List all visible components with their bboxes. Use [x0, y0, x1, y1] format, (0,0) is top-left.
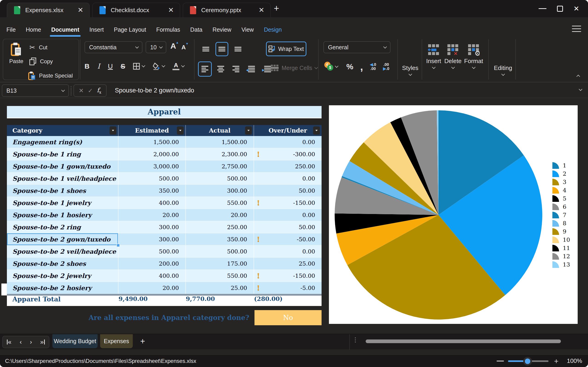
- category-cell[interactable]: Spouse-to-be 1 veil/headpiece: [7, 173, 119, 185]
- doc-tab-expenses[interactable]: Expenses.xlsx ✕: [7, 3, 90, 17]
- filter-dropdown-icon[interactable]: [177, 126, 184, 135]
- formula-input[interactable]: Spouse-to-be 2 gown/tuxedo: [115, 83, 194, 98]
- total-actual-cell[interactable]: 9,770.00: [186, 295, 254, 306]
- close-tab-icon[interactable]: ✕: [259, 7, 264, 14]
- horizontal-scrollbar[interactable]: [366, 340, 561, 343]
- insert-function-icon[interactable]: fx: [97, 87, 101, 94]
- category-cell[interactable]: Engagement ring(s): [7, 136, 119, 148]
- align-right-button[interactable]: [230, 61, 242, 77]
- actual-cell[interactable]: 20.00: [186, 209, 254, 221]
- copy-button[interactable]: Copy: [29, 58, 53, 65]
- over-under-cell[interactable]: !-50.00: [254, 233, 321, 245]
- wrap-text-button[interactable]: Wrap Text: [266, 42, 306, 56]
- legend-item-11[interactable]: 11: [552, 245, 570, 251]
- legend-item-1[interactable]: 1: [552, 162, 570, 169]
- legend-item-8[interactable]: 8: [552, 220, 570, 227]
- menu-file[interactable]: File: [6, 25, 16, 34]
- category-cell[interactable]: Spouse-to-be 2 veil/headpiece: [7, 245, 119, 258]
- zoom-slider-thumb[interactable]: [523, 357, 532, 366]
- hscroll-splitter-handle[interactable]: [355, 337, 356, 342]
- estimated-cell[interactable]: 500.00: [119, 173, 186, 185]
- menu-home[interactable]: Home: [25, 25, 42, 34]
- valign-top-button[interactable]: [199, 42, 212, 56]
- header-category[interactable]: Category: [7, 125, 119, 136]
- category-cell[interactable]: Spouse-to-be 1 gown/tuxedo: [7, 160, 119, 173]
- table-title[interactable]: Apparel: [7, 106, 321, 118]
- filter-dropdown-icon[interactable]: [313, 126, 320, 135]
- actual-cell[interactable]: 175.00: [186, 258, 254, 270]
- category-cell[interactable]: Spouse-to-be 1 hosiery: [7, 209, 119, 221]
- increase-decimal-button[interactable]: ◀.0.00: [370, 63, 376, 71]
- font-color-button[interactable]: A: [173, 62, 184, 70]
- left-edge-cell[interactable]: [1, 284, 7, 295]
- estimated-cell[interactable]: 500.00: [119, 245, 186, 258]
- category-cell[interactable]: Spouse-to-be 2 hosiery: [7, 282, 119, 294]
- filter-dropdown-icon[interactable]: [110, 126, 116, 135]
- menu-design[interactable]: Design: [263, 25, 282, 34]
- over-under-cell[interactable]: 0.00: [254, 209, 321, 221]
- align-left-button[interactable]: [198, 61, 212, 77]
- italic-button[interactable]: I: [97, 62, 100, 70]
- number-format-select[interactable]: General: [323, 41, 390, 53]
- paste-special-button[interactable]: Paste Special: [28, 71, 73, 80]
- menu-review[interactable]: Review: [212, 25, 232, 34]
- estimated-cell[interactable]: 1,500.00: [119, 136, 186, 148]
- actual-cell[interactable]: 550.00: [186, 270, 254, 282]
- decrease-decimal-button[interactable]: .00▶.0: [383, 63, 389, 71]
- actual-cell[interactable]: 1,500.00: [186, 136, 254, 148]
- editing-button[interactable]: Editing: [492, 65, 515, 76]
- pie-chart[interactable]: [329, 105, 578, 324]
- pie-chart-panel[interactable]: 12345678910111213: [329, 105, 578, 324]
- maximize-button[interactable]: [557, 6, 563, 12]
- category-cell[interactable]: Spouse-to-be 2 jewelry: [7, 270, 119, 282]
- estimated-cell[interactable]: 20.00: [119, 209, 186, 221]
- header-actual[interactable]: Actual: [186, 125, 254, 136]
- font-family-select[interactable]: Constantia: [85, 41, 142, 53]
- filter-dropdown-icon[interactable]: [245, 126, 252, 135]
- total-label-cell[interactable]: Apparel Total: [7, 295, 119, 306]
- header-over-under[interactable]: Over/Under: [254, 125, 321, 136]
- currency-format-button[interactable]: € $: [324, 65, 339, 68]
- fill-color-button[interactable]: [153, 63, 165, 70]
- doc-tab-ceremony[interactable]: Ceremony.pptx ✕: [183, 3, 271, 17]
- over-under-cell[interactable]: 50.00: [254, 185, 321, 197]
- close-tab-icon[interactable]: ✕: [168, 7, 174, 14]
- menu-data[interactable]: Data: [190, 25, 203, 34]
- borders-button[interactable]: [133, 63, 145, 70]
- font-size-select[interactable]: 10: [146, 41, 166, 53]
- styles-button[interactable]: Styles: [399, 65, 421, 76]
- doc-tab-checklist[interactable]: Checklist.docx ✕: [92, 3, 180, 17]
- legend-item-2[interactable]: 2: [552, 170, 570, 177]
- add-sheet-button[interactable]: +: [137, 335, 148, 348]
- last-sheet-button[interactable]: »: [40, 339, 45, 346]
- legend-item-10[interactable]: 10: [552, 236, 570, 243]
- over-under-cell[interactable]: !-150.00: [254, 270, 321, 282]
- percent-format-button[interactable]: %: [346, 62, 353, 71]
- sheet-tab-expenses[interactable]: Expenses: [100, 334, 133, 348]
- estimated-cell[interactable]: 300.00: [119, 233, 186, 245]
- align-center-button[interactable]: [215, 61, 227, 77]
- decrease-indent-button[interactable]: ◀: [245, 61, 258, 77]
- menu-view[interactable]: View: [241, 25, 254, 34]
- over-under-cell[interactable]: !-5.00: [254, 282, 321, 294]
- legend-item-3[interactable]: 3: [552, 179, 570, 185]
- over-under-cell[interactable]: 0.00: [254, 136, 321, 148]
- confirm-entry-icon[interactable]: ✓: [88, 87, 93, 94]
- increase-font-button[interactable]: A▲: [170, 42, 176, 50]
- valign-middle-button[interactable]: [216, 42, 228, 56]
- estimated-cell[interactable]: 300.00: [119, 221, 186, 233]
- decrease-font-button[interactable]: A▼: [182, 44, 186, 51]
- category-cell[interactable]: Spouse-to-be 1 jewelry: [7, 197, 119, 209]
- over-under-cell[interactable]: 0.00: [254, 245, 321, 258]
- paste-button[interactable]: Paste: [6, 42, 27, 65]
- over-under-cell[interactable]: 250.00: [254, 160, 321, 173]
- minimize-button[interactable]: [539, 8, 546, 9]
- previous-sheet-button[interactable]: ‹: [20, 339, 22, 346]
- strikethrough-button[interactable]: S: [121, 62, 125, 70]
- name-box[interactable]: B13: [2, 84, 69, 97]
- actual-cell[interactable]: 500.00: [186, 245, 254, 258]
- zoom-out-button[interactable]: [497, 361, 504, 361]
- comma-format-button[interactable]: ,: [360, 64, 363, 69]
- estimated-cell[interactable]: 400.00: [119, 197, 186, 209]
- legend-item-4[interactable]: 4: [552, 187, 570, 194]
